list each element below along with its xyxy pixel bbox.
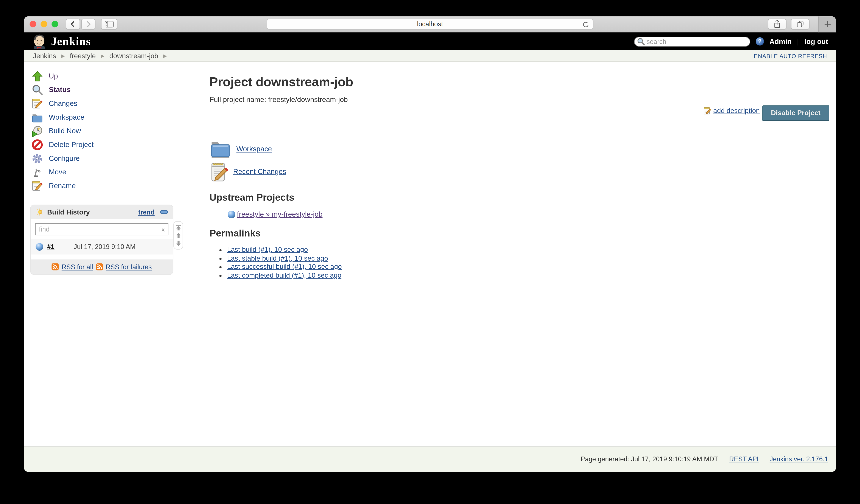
recent-changes-link[interactable]: Recent Changes — [233, 167, 286, 175]
sidebar-item-label: Configure — [49, 154, 80, 162]
rss-icon — [52, 263, 59, 270]
rest-api-link[interactable]: REST API — [729, 455, 759, 463]
blue-ball-icon — [228, 211, 235, 218]
trend-sparkline-icon[interactable] — [160, 210, 168, 214]
tabs-overview-button[interactable] — [791, 19, 809, 30]
app-title[interactable]: Jenkins — [51, 34, 91, 48]
build-filter-input[interactable] — [35, 223, 168, 235]
main-content: Project downstream-job Full project name… — [182, 62, 836, 446]
clear-filter-button[interactable]: x — [161, 226, 164, 233]
breadcrumb: Jenkins ▶ freestyle ▶ downstream-job ▶ E… — [24, 50, 836, 62]
header-separator: | — [797, 37, 799, 45]
page-footer: Page generated: Jul 17, 2019 9:10:19 AM … — [24, 446, 836, 472]
build-history-footer: RSS for all RSS for failures — [31, 260, 173, 274]
sidebar-toggle-button[interactable] — [101, 19, 117, 30]
build-history-spacer — [31, 255, 173, 260]
rss-icon — [96, 263, 103, 270]
permalinks-heading: Permalinks — [210, 228, 829, 239]
upstream-project-link[interactable]: freestyle » my-freestyle-job — [237, 210, 322, 218]
sidebar-item-delete-project[interactable]: Delete Project — [31, 138, 182, 152]
breadcrumb-arrow-icon[interactable]: ▶ — [163, 53, 167, 58]
trend-link[interactable]: trend — [138, 208, 155, 216]
help-icon[interactable]: ? — [756, 37, 764, 45]
plus-icon — [823, 20, 831, 28]
traffic-lights — [30, 21, 58, 28]
breadcrumb-arrow-icon[interactable]: ▶ — [101, 53, 104, 58]
toolbar-right — [768, 16, 836, 32]
crane-icon — [31, 165, 44, 178]
sidebar-item-workspace[interactable]: Workspace — [31, 110, 182, 124]
sidebar-item-configure[interactable]: Configure — [31, 151, 182, 165]
share-icon — [772, 19, 782, 29]
sidebar-item-rename[interactable]: Rename — [31, 179, 182, 193]
sidebar-item-up[interactable]: Up — [31, 69, 182, 83]
jenkins-version-link[interactable]: Jenkins ver. 2.176.1 — [770, 455, 828, 463]
notepad-icon — [210, 161, 228, 182]
sidebar-item-label: Changes — [49, 99, 77, 107]
breadcrumb-arrow-icon[interactable]: ▶ — [61, 53, 65, 58]
build-row[interactable]: #1 Jul 17, 2019 9:10 AM — [31, 239, 173, 254]
header-search — [634, 36, 750, 46]
scroll-up-button[interactable] — [175, 233, 181, 239]
permalink-item: Last successful build (#1), 10 sec ago — [227, 263, 829, 271]
refresh-button[interactable] — [582, 21, 590, 30]
breadcrumb-item-freestyle[interactable]: freestyle — [70, 52, 96, 59]
magnifier-icon — [31, 83, 44, 96]
jenkins-logo[interactable] — [32, 33, 47, 49]
enable-auto-refresh-link[interactable]: ENABLE AUTO REFRESH — [754, 53, 827, 59]
sidebar-item-status[interactable]: Status — [31, 83, 182, 97]
sidebar-icon — [104, 19, 115, 30]
build-history-scroll-widget — [173, 221, 183, 249]
sidebar-item-changes[interactable]: Changes — [31, 97, 182, 110]
notepad-icon — [31, 97, 44, 110]
last-build-link[interactable]: Last build (#1), 10 sec ago — [227, 246, 308, 254]
clock-play-icon — [31, 124, 44, 137]
back-button[interactable] — [66, 19, 80, 30]
add-description-link[interactable]: add description — [713, 107, 760, 115]
sidebar-item-build-now[interactable]: Build Now — [31, 124, 182, 138]
rss-for-failures-link[interactable]: RSS for failures — [105, 263, 152, 271]
last-stable-build-link[interactable]: Last stable build (#1), 10 sec ago — [227, 254, 328, 262]
scroll-to-top-button[interactable] — [175, 225, 181, 231]
workspace-link[interactable]: Workspace — [236, 145, 272, 153]
header-right: ? Admin | log out — [634, 36, 828, 46]
sidebar-item-label: Build Now — [49, 127, 81, 135]
user-link[interactable]: Admin — [770, 37, 792, 45]
url-text: localhost — [417, 20, 443, 28]
sidebar: Up Status Changes — [24, 62, 182, 446]
folder-icon — [210, 140, 231, 158]
refresh-icon — [582, 21, 590, 29]
module-links: Workspace Recent Changes — [210, 138, 829, 183]
permalinks-list: Last build (#1), 10 sec ago Last stable … — [210, 246, 829, 280]
page-title: Project downstream-job — [210, 75, 829, 89]
search-input[interactable] — [634, 37, 750, 46]
last-completed-build-link[interactable]: Last completed build (#1), 10 sec ago — [227, 271, 341, 279]
permalink-item: Last stable build (#1), 10 sec ago — [227, 254, 829, 262]
sidebar-item-move[interactable]: Move — [31, 165, 182, 179]
browser-window: localhost — [24, 16, 836, 472]
sun-icon — [35, 208, 44, 216]
page-generated-text: Page generated: Jul 17, 2019 9:10:19 AM … — [580, 455, 718, 463]
blue-ball-icon — [35, 243, 43, 251]
jenkins-butler-icon — [32, 33, 47, 49]
share-button[interactable] — [768, 19, 787, 30]
workspace-row: Workspace — [210, 138, 829, 160]
upstream-project-row: freestyle » my-freestyle-job — [228, 210, 829, 218]
disable-project-button[interactable]: Disable Project — [762, 105, 829, 121]
build-number-link[interactable]: #1 — [47, 243, 55, 251]
breadcrumb-item-downstream-job[interactable]: downstream-job — [110, 52, 158, 59]
forward-button[interactable] — [81, 19, 96, 30]
scroll-down-button[interactable] — [175, 240, 181, 246]
minimize-button[interactable] — [41, 21, 47, 28]
url-bar[interactable]: localhost — [267, 19, 593, 30]
fullscreen-button[interactable] — [52, 21, 58, 28]
logout-link[interactable]: log out — [804, 37, 828, 45]
sidebar-item-label: Move — [49, 168, 66, 176]
sidebar-item-label: Workspace — [49, 113, 84, 121]
close-button[interactable] — [30, 21, 36, 28]
new-tab-button[interactable] — [818, 16, 836, 32]
add-description-row: add description — [703, 106, 760, 115]
breadcrumb-item-jenkins[interactable]: Jenkins — [33, 52, 56, 59]
last-successful-build-link[interactable]: Last successful build (#1), 10 sec ago — [227, 263, 342, 271]
rss-for-all-link[interactable]: RSS for all — [62, 263, 93, 271]
